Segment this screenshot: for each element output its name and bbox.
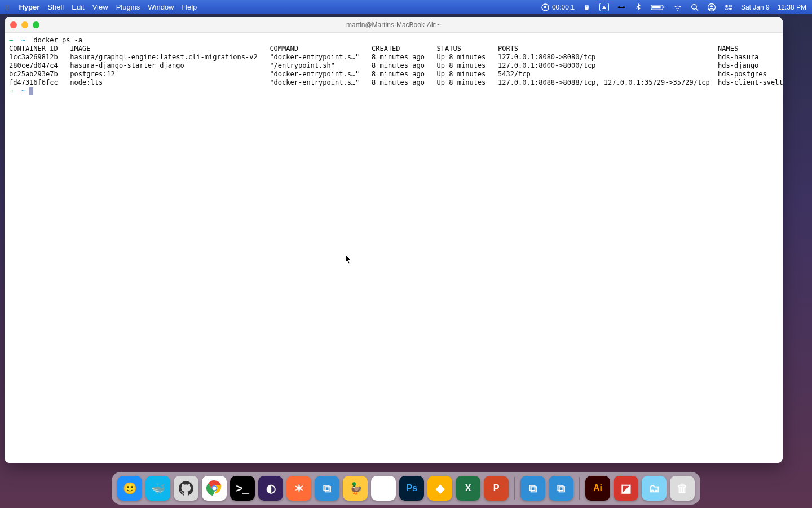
menubar-item-view[interactable]: View — [92, 3, 108, 11]
dock-app-rubber[interactable]: 🦆 — [343, 476, 368, 501]
terminal-body[interactable]: → ~ docker ps -a CONTAINER ID IMAGE COMM… — [5, 33, 783, 463]
svg-rect-9 — [725, 5, 728, 7]
svg-line-6 — [696, 8, 698, 11]
dock-app-illustrator[interactable]: Ai — [585, 476, 610, 501]
status-hand-icon[interactable] — [582, 3, 592, 12]
menubar-item-help[interactable]: Help — [182, 3, 197, 11]
dock-app-firefox[interactable]: ◐ — [258, 476, 283, 501]
svg-rect-3 — [652, 6, 661, 9]
window-titlebar[interactable]: martin@Martins-MacBook-Air:~ — [5, 17, 783, 33]
svg-point-8 — [710, 5, 713, 7]
dock-app-photoshop[interactable]: Ps — [399, 476, 424, 501]
status-battery-icon[interactable] — [651, 3, 665, 12]
record-time: 00:00.1 — [552, 3, 575, 11]
menubar:  Hyper Shell Edit View Plugins Window H… — [0, 0, 812, 14]
terminal-window: martin@Martins-MacBook-Air:~ → ~ docker … — [5, 17, 783, 463]
menubar-item-edit[interactable]: Edit — [72, 3, 84, 11]
status-controlcenter-icon[interactable] — [724, 3, 733, 12]
apple-menu-icon[interactable]:  — [6, 2, 11, 12]
dock-app-trash[interactable]: 🗑 — [670, 476, 695, 501]
window-title: martin@Martins-MacBook-Air:~ — [5, 21, 783, 29]
dock-app-postman[interactable]: ✶ — [286, 476, 311, 501]
status-mustache-icon[interactable] — [617, 3, 626, 12]
menubar-item-window[interactable]: Window — [148, 3, 174, 11]
svg-rect-11 — [725, 8, 728, 10]
status-bluetooth-icon[interactable] — [634, 3, 643, 12]
dock-app-mystery[interactable]: ◪ — [614, 476, 638, 501]
menubar-item-plugins[interactable]: Plugins — [116, 3, 140, 11]
svg-point-5 — [692, 4, 696, 8]
mouse-pointer-icon — [345, 254, 353, 265]
dock-app-hyper[interactable]: >_ — [230, 476, 255, 501]
dock-app-folder[interactable]: 🗂 — [642, 476, 667, 501]
dock-app-chrome[interactable] — [202, 476, 227, 501]
svg-rect-4 — [663, 6, 664, 8]
status-date[interactable]: Sat Jan 9 — [741, 3, 770, 11]
dock-app-powerpoint[interactable]: P — [484, 476, 509, 501]
status-triangle-icon[interactable] — [599, 3, 609, 11]
status-user-icon[interactable] — [707, 3, 716, 12]
svg-point-15 — [213, 487, 217, 491]
status-spotlight-icon[interactable] — [690, 3, 699, 12]
svg-rect-1 — [544, 6, 546, 8]
record-icon — [541, 3, 550, 12]
dock-app-excel[interactable]: X — [456, 476, 480, 501]
menubar-app[interactable]: Hyper — [19, 3, 39, 11]
dock-app-vscode[interactable]: ⧉ — [520, 476, 545, 501]
status-record[interactable]: 00:00.1 — [541, 3, 575, 12]
svg-rect-12 — [729, 8, 732, 10]
status-time[interactable]: 12:38 PM — [778, 3, 806, 11]
status-wifi-icon[interactable] — [673, 3, 682, 12]
dock-app-docker[interactable]: 🐳 — [145, 476, 170, 501]
dock-app-vscode[interactable]: ⧉ — [315, 476, 339, 501]
dock-separator — [579, 477, 580, 500]
dock-app-mixer[interactable]: ✕ — [371, 476, 396, 501]
menubar-item-shell[interactable]: Shell — [47, 3, 64, 11]
dock-app-finder[interactable]: 🙂 — [117, 476, 142, 501]
dock: 🙂🐳>_◐✶⧉🦆✕Ps◆XP⧉⧉Ai◪🗂🗑 — [112, 472, 700, 505]
dock-app-sketch[interactable]: ◆ — [427, 476, 452, 501]
dock-app-vscode2[interactable]: ⧉ — [549, 476, 573, 501]
dock-separator — [514, 477, 515, 500]
svg-rect-10 — [729, 5, 732, 7]
dock-app-github[interactable] — [174, 476, 198, 501]
